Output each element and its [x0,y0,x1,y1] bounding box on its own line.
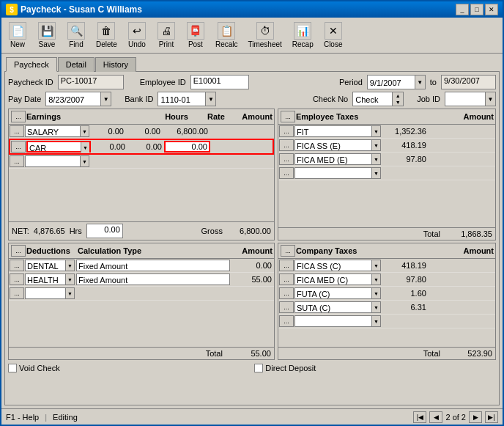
hrs-value-field[interactable]: 0.00 [86,224,123,238]
emp-tax-row3-dropdown[interactable]: ▼ [371,168,380,178]
emp-taxes-dots[interactable]: ... [281,111,295,122]
bank-id-select[interactable]: 1110-01 ▼ [158,92,216,106]
comp-tax-row0-dots[interactable]: ... [279,260,294,271]
earnings-row1-amount[interactable]: 0.00 [164,141,210,153]
ded-row2-name-select[interactable]: ▼ [25,287,75,299]
emp-taxes-total-value: 1,868.35 [445,229,492,238]
timesheet-button[interactable]: ⏱ Timesheet [244,20,285,51]
comp-tax-row1-select[interactable]: FICA MED (C) ▼ [294,273,381,285]
comp-tax-row1-dots[interactable]: ... [279,273,294,285]
comp-taxes-amount-header: Amount [446,246,494,255]
tab-history[interactable]: History [95,57,136,72]
ded-row2-dropdown[interactable]: ▼ [65,288,74,298]
comp-tax-row2-dropdown[interactable]: ▼ [371,288,380,298]
ded-row0-dropdown[interactable]: ▼ [65,260,74,271]
comp-tax-row3-dropdown[interactable]: ▼ [371,302,380,312]
maximize-button[interactable]: □ [470,4,483,15]
earnings-row0-dots[interactable]: ... [10,125,24,137]
void-check-checkbox[interactable] [8,364,17,372]
emp-tax-row0-dots[interactable]: ... [279,125,294,137]
comp-tax-row2-dots[interactable]: ... [279,287,294,299]
earnings-row1-dropdown[interactable]: ▼ [81,142,89,153]
ded-row1-amount: 55.00 [230,274,274,284]
check-no-down[interactable]: ▼ [393,99,403,106]
ded-row0-calc-select[interactable]: Fixed Amount [76,260,230,271]
delete-button[interactable]: 🗑 Delete [92,20,121,51]
comp-tax-row1-dropdown[interactable]: ▼ [371,274,380,284]
emp-tax-row0-dropdown[interactable]: ▼ [371,126,380,136]
prev-page-button[interactable]: ◀ [429,411,442,423]
job-id-select[interactable]: ▼ [445,92,496,106]
comp-taxes-dots[interactable]: ... [281,245,295,257]
minimize-button[interactable]: _ [456,4,469,15]
help-label: F1 - Help [6,413,39,422]
emp-tax-row3-dots[interactable]: ... [279,167,294,179]
ded-row0-dots[interactable]: ... [10,260,24,271]
close-toolbar-button[interactable]: ✕ Close [320,20,346,51]
bank-id-dropdown-arrow[interactable]: ▼ [205,92,215,106]
comp-tax-row0-dropdown[interactable]: ▼ [371,260,380,271]
period-from-dropdown-arrow[interactable]: ▼ [415,76,425,89]
earnings-row2-dropdown[interactable]: ▼ [80,156,89,166]
comp-tax-row3-select[interactable]: SUTA (C) ▼ [294,301,381,313]
find-button[interactable]: 🔍 Find [63,20,89,51]
ded-row1-calc-select[interactable]: Fixed Amount [76,273,230,285]
ded-row2-dots[interactable]: ... [10,287,24,299]
tab-paycheck[interactable]: Paycheck [6,57,57,72]
recalc-button[interactable]: 📋 Recalc [212,20,242,51]
first-page-button[interactable]: |◀ [413,411,426,423]
undo-button[interactable]: ↩ Undo [124,20,150,51]
comp-tax-row0-select[interactable]: FICA SS (C) ▼ [294,260,381,271]
earnings-row0-dropdown[interactable]: ▼ [80,126,89,136]
last-page-button[interactable]: ▶| [485,411,498,423]
pay-date-select[interactable]: 8/23/2007 ▼ [45,92,111,106]
emp-taxes-amount-header: Amount [446,112,494,121]
new-button[interactable]: 📄 New [4,20,31,51]
emp-tax-row1-select[interactable]: FICA SS (E) ▼ [294,139,381,151]
check-no-select[interactable]: Check ▲ ▼ [352,92,404,106]
earnings-dots[interactable]: ... [11,111,26,122]
comp-tax-row3-dots[interactable]: ... [279,301,294,313]
employee-id-field[interactable]: E10001 [190,75,249,89]
emp-tax-row0-select[interactable]: FIT ▼ [294,125,381,137]
emp-tax-row3-select[interactable]: ▼ [294,167,381,179]
earnings-row0-name-select[interactable]: SALARY ▼ [25,125,89,137]
pay-date-dropdown-arrow[interactable]: ▼ [100,92,111,106]
ded-dots[interactable]: ... [11,245,26,257]
ded-row0-name-select[interactable]: DENTAL ▼ [25,260,75,271]
post-button[interactable]: 📮 Post [182,20,209,51]
next-page-button[interactable]: ▶ [469,411,482,423]
paycheck-id-field[interactable]: PC-10017 [58,75,124,89]
tab-detail[interactable]: Detail [58,57,94,72]
ded-row1-dropdown[interactable]: ▼ [65,274,74,284]
comp-taxes-spacer [278,328,495,347]
period-to-field[interactable]: 9/30/2007 [441,75,496,89]
earnings-row2-dots[interactable]: ... [10,155,24,167]
earnings-row1-dots[interactable]: ... [11,141,26,153]
emp-tax-row2-dots[interactable]: ... [279,153,294,165]
earnings-row1-name-select[interactable]: CAR ▼ [26,141,91,153]
close-button[interactable]: ✕ [485,4,498,15]
emp-tax-row1-dropdown[interactable]: ▼ [371,140,380,150]
emp-taxes-spacer [278,180,495,227]
emp-tax-row2-dropdown[interactable]: ▼ [371,154,380,164]
emp-tax-row0-amount: 1,352.36 [381,126,429,136]
comp-tax-row4-dropdown[interactable]: ▼ [371,316,380,326]
job-id-dropdown-arrow[interactable]: ▼ [485,92,495,106]
emp-tax-row2-select[interactable]: FICA MED (E) ▼ [294,153,381,165]
check-no-up[interactable]: ▲ [393,92,403,99]
comp-tax-row2-select[interactable]: FUTA (C) ▼ [294,287,381,299]
ded-row1-dots[interactable]: ... [10,273,24,285]
ded-total-value: 55.00 [227,349,271,358]
comp-tax-row4-select[interactable]: ▼ [294,315,381,327]
delete-label: Delete [96,40,117,48]
recap-button[interactable]: 📊 Recap [289,20,317,51]
save-button[interactable]: 💾 Save [34,20,60,51]
earnings-row2-name-select[interactable]: ▼ [25,155,89,167]
ded-row1-name-select[interactable]: HEALTH ▼ [25,273,75,285]
print-button[interactable]: 🖨 Print [153,20,179,51]
period-from-select[interactable]: 9/1/2007 ▼ [367,75,426,89]
emp-tax-row1-dots[interactable]: ... [279,139,294,151]
comp-tax-row4-dots[interactable]: ... [279,315,294,327]
direct-deposit-checkbox[interactable] [254,364,263,372]
